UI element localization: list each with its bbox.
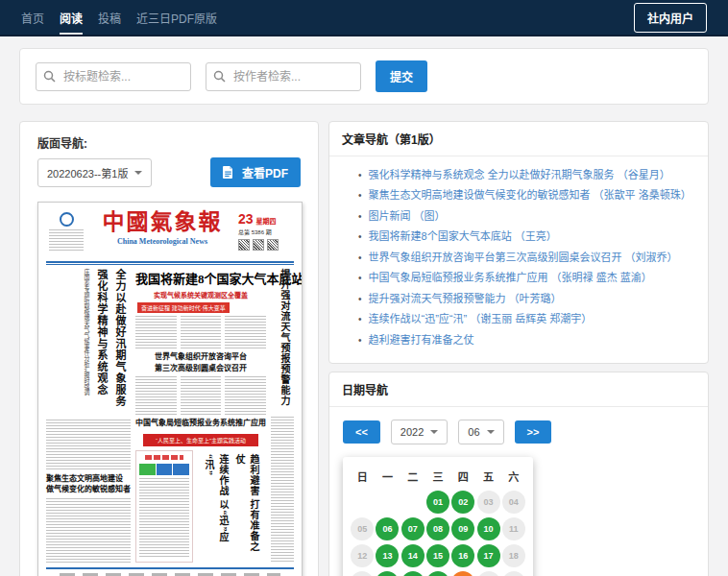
qr-code-icon	[253, 239, 264, 251]
month-select[interactable]: 06	[458, 420, 503, 444]
newspaper-footer	[46, 567, 294, 576]
main-subheadline: 实现气候系统关键观测区全覆盖	[135, 290, 266, 300]
article-link[interactable]: 连续作战以“迅”应“汛” （谢玉丽 岳辉英 郑潮宇）	[369, 313, 593, 324]
layout-nav-panel: 版面导航: 20220623--第1版 查看PDF	[19, 121, 319, 576]
cma-logo-icon	[60, 212, 74, 227]
article-link[interactable]: 世界气象组织开放咨询平台第三次高级别圆桌会议召开 （刘淑乔）	[369, 252, 678, 263]
calendar-day[interactable]: 01	[426, 491, 449, 514]
calendar-day: 11	[502, 517, 525, 540]
issue-select-value: 20220623--第1版	[47, 165, 128, 180]
article-list-item: 中国气象局短临预报业务系统推广应用 （张明禄 盛杰 蓝渝）	[358, 268, 694, 288]
article-list-item: 世界气象组织开放咨询平台第三次高级别圆桌会议召开 （刘淑乔）	[358, 248, 694, 268]
masthead-rule	[46, 261, 294, 265]
qr-code-icon	[267, 239, 279, 251]
vertical-headlines: 全力以赴做好汛期气象服务 强化科学精神与系统观念 庄国泰专题听取极端天气气候事件…	[81, 269, 131, 415]
vertical-headline: 趋利避害 打有准备之仗	[232, 454, 261, 563]
issue-select[interactable]: 20220623--第1版	[37, 158, 152, 187]
vertical-headline: 全力以赴做好汛期气象服务	[112, 269, 128, 415]
submit-button[interactable]: 提交	[376, 60, 427, 92]
month-select-value: 06	[468, 426, 479, 438]
view-pdf-label: 查看PDF	[242, 164, 288, 180]
article-link[interactable]: 聚焦生态文明高地建设做气候变化的敏锐感知者 （张歆平 洛桑顿珠）	[369, 189, 692, 201]
nav-item-home[interactable]: 首页	[21, 0, 44, 35]
title-search-input[interactable]	[36, 62, 191, 91]
prev-month-button[interactable]: <<	[343, 420, 380, 444]
table-title-line	[145, 455, 183, 460]
next-month-button[interactable]: >>	[515, 420, 552, 444]
calendar-day: 18	[502, 544, 525, 567]
calendar-day: 19	[351, 571, 374, 576]
calendar-day[interactable]: 07	[401, 517, 425, 540]
calendar-day[interactable]: 16	[451, 544, 474, 567]
date-nav-title: 日期导航	[329, 372, 708, 407]
calendar-day[interactable]: 15	[426, 544, 449, 567]
main-headline: 我国将新建8个国家大气本底站	[135, 269, 266, 287]
article-link[interactable]: 提升强对流天气预报预警能力 （叶芳璐）	[369, 293, 562, 304]
nav-item-pdf-3days[interactable]: 近三日PDF原版	[136, 0, 217, 35]
newspaper-masthead: 中國氣象報 China Meteorological News 23 星期四 总…	[46, 209, 294, 259]
calendar-day[interactable]: 22	[426, 571, 449, 576]
text-filler	[46, 498, 131, 563]
calendar-weekday-header: 日 一 二 三 四 五 六	[350, 468, 526, 484]
calendar-day: 25	[502, 571, 525, 576]
date-nav-panel: 日期导航 << 2022 06 >>	[328, 372, 709, 576]
article-list-item: 趋利避害打有准备之仗	[358, 330, 694, 350]
calendar-day[interactable]: 14	[401, 544, 425, 567]
bottom-columns: 趋利避害 打有准备之仗 连续作战 以“迅”应“汛”	[197, 450, 266, 563]
title-search-group	[36, 62, 191, 91]
newspaper-left-column: 全力以赴做好汛期气象服务 强化科学精神与系统观念 庄国泰专题听取极端天气气候事件…	[46, 269, 131, 563]
text-filler	[46, 420, 131, 469]
article-list-item: 连续作战以“迅”应“汛” （谢玉丽 岳辉英 郑潮宇）	[358, 309, 694, 329]
temperature-table	[135, 450, 193, 563]
article-link[interactable]: 强化科学精神与系统观念 全力以赴做好汛期气象服务 （谷星月）	[369, 169, 670, 180]
search-panel: 提交	[19, 48, 709, 105]
calendar-day[interactable]: 21	[401, 571, 425, 576]
newspaper-thumbnail[interactable]: 中國氣象報 China Meteorological News 23 星期四 总…	[37, 202, 303, 576]
layout-nav-label: 版面导航:	[37, 134, 301, 151]
page: 首页 阅读 投稿 近三日PDF原版 社内用户 提交 版面导航:	[0, 0, 728, 576]
article-list-item: 我国将新建8个国家大气本底站 （王亮）	[358, 227, 694, 247]
view-pdf-button[interactable]: 查看PDF	[210, 157, 301, 187]
calendar-day[interactable]: 20	[376, 571, 399, 576]
calendar-day[interactable]: 23	[451, 571, 474, 576]
year-select[interactable]: 2022	[391, 420, 448, 444]
article-list-item: 提升强对流天气预报预警能力 （叶芳璐）	[358, 289, 694, 309]
nav-item-read[interactable]: 阅读	[60, 0, 83, 35]
nav-item-submit[interactable]: 投稿	[98, 0, 121, 35]
article-list-item: 图片新闻 （图）	[358, 206, 694, 227]
chevron-down-icon	[134, 171, 142, 175]
calendar-day: 24	[477, 571, 500, 576]
calendar-day[interactable]: 17	[477, 544, 500, 567]
calendar-day[interactable]: 09	[451, 517, 474, 540]
calendar-day[interactable]: 13	[376, 544, 399, 567]
internal-user-button[interactable]: 社内用户	[634, 3, 707, 33]
calendar-day: 05	[351, 517, 374, 540]
mid-headline-2: 中国气象局短临预报业务系统推广应用	[135, 418, 266, 429]
qr-codes	[238, 239, 294, 251]
newspaper-datebox: 23 星期四 总第 5386 期	[238, 209, 294, 259]
vertical-headline-right: 提升强对流天气预报预警能力	[271, 269, 294, 413]
calendar-day[interactable]: 06	[376, 517, 399, 540]
weekday-label: 四	[450, 468, 475, 484]
article-link[interactable]: 趋利避害打有准备之仗	[369, 334, 474, 346]
weekday-label: 五	[475, 468, 500, 484]
chevron-down-icon	[430, 430, 438, 434]
calendar-day[interactable]: 10	[477, 517, 500, 540]
author-search-input[interactable]	[206, 62, 361, 91]
right-column: 文章导航（第1版） 强化科学精神与系统观念 全力以赴做好汛期气象服务 （谷星月）…	[328, 121, 709, 576]
article-link[interactable]: 我国将新建8个国家大气本底站 （王亮）	[369, 230, 557, 242]
calendar-day[interactable]: 02	[451, 491, 474, 514]
vertical-kicker: 庄国泰专题听取极端天气气候事件分析汇报时强调	[83, 269, 91, 415]
date-controls: << 2022 06 >>	[329, 407, 708, 444]
vertical-headline: 连续作战 以“迅”应“汛”	[202, 454, 231, 563]
weekday-label: 日	[350, 468, 375, 484]
main-row: 版面导航: 20220623--第1版 查看PDF	[19, 121, 709, 576]
calendar-day[interactable]: 08	[426, 517, 449, 540]
table-header	[139, 464, 189, 475]
masthead-info-lines	[49, 229, 84, 252]
cma-logo	[46, 209, 86, 259]
text-columns	[135, 316, 266, 348]
article-link[interactable]: 图片新闻 （图）	[369, 210, 446, 222]
article-link[interactable]: 中国气象局短临预报业务系统推广应用 （张明禄 盛杰 蓝渝）	[369, 272, 652, 283]
calendar-popup: 日 一 二 三 四 五 六 01020304050607080910111213…	[343, 457, 533, 576]
